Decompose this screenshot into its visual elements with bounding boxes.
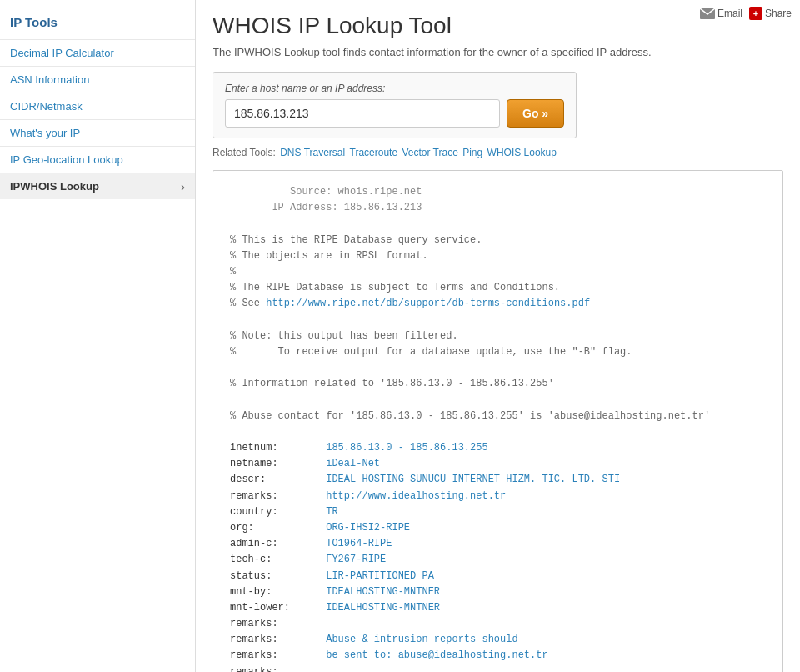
source-line: Source: whois.ripe.net IP Address: 185.8…: [230, 186, 422, 213]
email-icon: [700, 8, 715, 19]
page-title: WHOIS IP Lookup Tool: [212, 13, 783, 39]
go-button[interactable]: Go »: [507, 99, 564, 128]
results-box: Source: whois.ripe.net IP Address: 185.8…: [212, 170, 783, 672]
input-label: Enter a host name or an IP address:: [225, 83, 564, 94]
sidebar-nav: Decimal IP Calculator ASN Information CI…: [0, 39, 195, 199]
top-bar: Email + Share: [700, 7, 792, 20]
related-traceroute[interactable]: Traceroute: [350, 147, 398, 158]
input-row: Go »: [225, 99, 564, 128]
sidebar-title-link[interactable]: IP Tools: [10, 15, 58, 29]
email-button[interactable]: Email: [700, 8, 742, 19]
sidebar-item-asn[interactable]: ASN Information: [0, 66, 195, 93]
main-content: Email + Share WHOIS IP Lookup Tool The I…: [196, 0, 800, 672]
sidebar-item-geolocation[interactable]: IP Geo-location Lookup: [0, 146, 195, 173]
chevron-right-icon: ›: [181, 179, 195, 193]
sidebar: IP Tools Decimal IP Calculator ASN Infor…: [0, 0, 196, 672]
ip-input[interactable]: [225, 99, 500, 128]
page-description: The IPWHOIS Lookup tool finds contact in…: [212, 46, 783, 58]
related-whois-lookup[interactable]: WHOIS Lookup: [488, 147, 557, 158]
related-vector-trace[interactable]: Vector Trace: [402, 147, 458, 158]
results-content: % This is the RIPE Database query servic…: [230, 234, 710, 422]
share-button[interactable]: + Share: [749, 7, 792, 20]
sidebar-item-ipwhois[interactable]: IPWHOIS Lookup ›: [0, 173, 195, 199]
related-dns-traversal[interactable]: DNS Traversal: [280, 147, 345, 158]
sidebar-item-cidr[interactable]: CIDR/Netmask: [0, 93, 195, 119]
sidebar-title[interactable]: IP Tools: [0, 8, 195, 39]
sidebar-item-whats-ip[interactable]: What's your IP: [0, 119, 195, 146]
related-tools: Related Tools: DNS Traversal Traceroute …: [212, 147, 783, 158]
input-area: Enter a host name or an IP address: Go »: [212, 72, 577, 138]
related-tools-label: Related Tools:: [212, 147, 276, 158]
field-inetnum: inetnum:: [230, 442, 326, 454]
sidebar-item-decimal[interactable]: Decimal IP Calculator: [0, 39, 195, 66]
related-ping[interactable]: Ping: [462, 147, 482, 158]
share-icon: +: [749, 7, 762, 20]
